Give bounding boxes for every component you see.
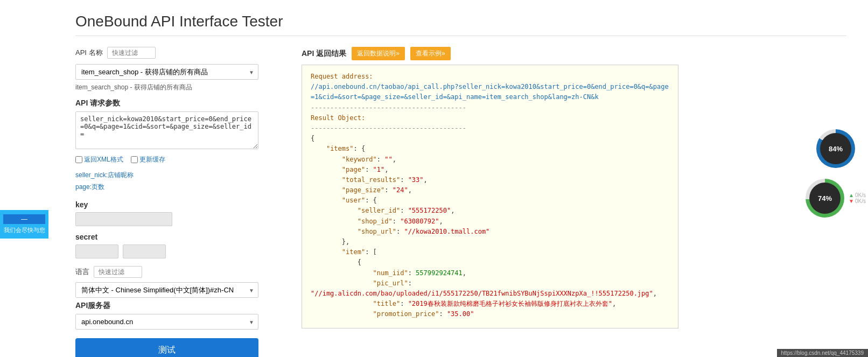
lang-select[interactable]: 简体中文 - Chinese Simplified(中文[简体])#zh-CN (75, 282, 258, 298)
net-up-value: 0K/s (855, 192, 866, 198)
right-widgets: 84% 74% ▲ 0K/s ▼ 0K/s (806, 129, 868, 218)
status-bar-url: https://blog.csdn.net/qq_44175339 (781, 350, 864, 356)
server-select-wrapper: api.onebound.cn ▼ (75, 314, 258, 330)
secret-label: secret (75, 233, 285, 241)
results-section: API 返回结果 返回数据说明» 查看示例» Request address: … (302, 47, 846, 328)
result-object-label: Result Object: (311, 113, 669, 123)
results-header: API 返回结果 返回数据说明» 查看示例» (302, 47, 846, 60)
secret-input-1[interactable] (75, 244, 118, 258)
net-up-row: ▲ 0K/s (849, 192, 866, 198)
checkbox-refresh-label[interactable]: 更新缓存 (131, 155, 165, 164)
request-url: //api.onebound.cn/taobao/api_call.php?se… (311, 82, 669, 102)
network-stats: ▲ 0K/s ▼ 0K/s (849, 192, 866, 204)
cpu-circle-widget: 84% (816, 129, 855, 168)
params-textarea[interactable]: seller_nick=kowa2010&start_price=0&end_p… (75, 111, 258, 149)
form-section: API 名称 item_search_shop - 获得店铺的所有商品 ▼ it… (75, 47, 285, 357)
chat-minimize-button[interactable]: — (3, 214, 45, 224)
lang-filter-input[interactable] (94, 266, 142, 278)
results-title: API 返回结果 (302, 49, 346, 59)
page-wrapper: — 我们会尽快与您 OneBound API Interface Tester … (0, 0, 868, 357)
param-hint2: page:页数 (75, 183, 104, 191)
key-input[interactable] (75, 212, 172, 226)
checkbox-row: 返回XML格式 更新缓存 (75, 155, 285, 164)
mem-circle-widget: 74% (806, 179, 844, 218)
chat-sidebar: — 我们会尽快与您 (0, 210, 48, 239)
mem-widget-row: 74% ▲ 0K/s ▼ 0K/s (806, 179, 866, 218)
cpu-percent: 84% (820, 133, 851, 164)
lang-select-wrapper: 简体中文 - Chinese Simplified(中文[简体])#zh-CN … (75, 282, 258, 298)
api-name-label: API 名称 (75, 48, 103, 58)
net-up-arrow-icon: ▲ (849, 192, 854, 198)
divider1: ---------------------------------------- (311, 103, 669, 113)
checkbox-refresh[interactable] (131, 156, 138, 163)
key-label: key (75, 200, 285, 209)
divider2: ---------------------------------------- (311, 123, 669, 134)
param-hints: seller_nick:店铺昵称 page:页数 (75, 170, 285, 193)
api-name-row: API 名称 (75, 47, 285, 59)
api-hint: item_search_shop - 获得店铺的所有商品 (75, 83, 285, 92)
secret-input-2[interactable] (123, 244, 166, 258)
status-bar: https://blog.csdn.net/qq_44175339 (777, 349, 868, 357)
cpu-widget-row: 84% (816, 129, 855, 168)
test-button[interactable]: 测试 (75, 338, 258, 357)
server-label: API服务器 (75, 301, 285, 311)
api-name-filter-input[interactable] (107, 47, 156, 59)
lang-label: 语言 (75, 267, 89, 277)
mem-percent: 74% (809, 183, 841, 214)
api-params-label: API 请求参数 (75, 99, 285, 108)
page-title: OneBound API Interface Tester (75, 13, 846, 36)
results-box[interactable]: Request address: //api.onebound.cn/taoba… (302, 65, 678, 328)
checkbox-refresh-text: 更新缓存 (139, 155, 165, 164)
server-select[interactable]: api.onebound.cn (75, 314, 258, 330)
chat-sidebar-inner: — 我们会尽快与您 (0, 210, 48, 239)
main-content: OneBound API Interface Tester API 名称 ite… (54, 0, 868, 357)
api-select[interactable]: item_search_shop - 获得店铺的所有商品 (75, 64, 258, 80)
btn-data-desc[interactable]: 返回数据说明» (352, 47, 405, 60)
lang-row: 语言 (75, 266, 285, 278)
checkbox-xml[interactable] (75, 156, 82, 163)
checkbox-xml-text: 返回XML格式 (84, 155, 123, 164)
request-address-label: Request address: (311, 72, 669, 82)
checkbox-xml-label[interactable]: 返回XML格式 (75, 155, 123, 164)
json-content: { "items": { "keyword": "", "page": "1",… (311, 134, 669, 328)
net-down-value: 0K/s (855, 198, 866, 204)
chat-sidebar-text: 我们会尽快与您 (4, 226, 45, 234)
net-down-arrow-icon: ▼ (849, 198, 854, 204)
net-down-row: ▼ 0K/s (849, 198, 866, 204)
secret-inputs (75, 244, 285, 258)
btn-example[interactable]: 查看示例» (410, 47, 451, 60)
api-select-wrapper: item_search_shop - 获得店铺的所有商品 ▼ (75, 64, 258, 80)
param-hint1: seller_nick:店铺昵称 (75, 171, 134, 179)
